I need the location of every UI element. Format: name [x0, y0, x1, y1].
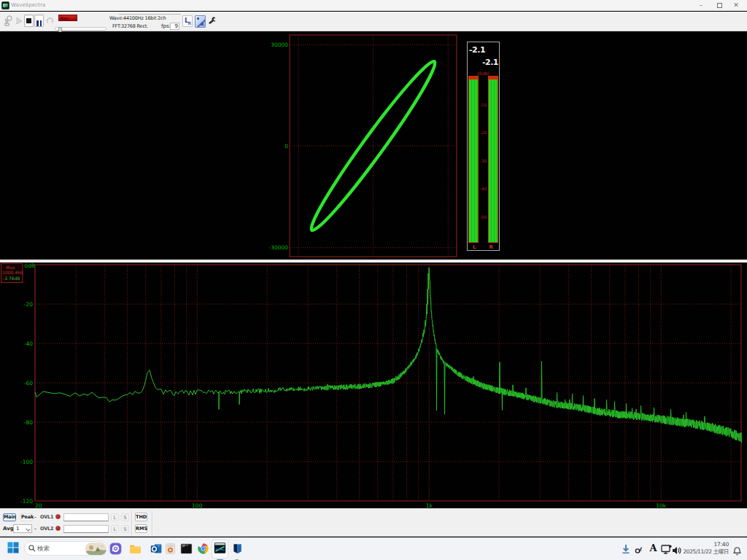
app-icon — [1, 1, 9, 9]
minimize-button[interactable]: – — [692, 0, 711, 11]
ovl1-load-button[interactable]: L — [111, 513, 119, 521]
avg-value-label: 1 — [16, 526, 19, 532]
meter-peak-cap-right — [489, 77, 498, 79]
search-icon — [28, 545, 36, 552]
graph-dot — [201, 23, 204, 26]
lissajous-scope-panel: 300000-30000 -2.1 -2.1 [0dB] -10-20-30-4… — [0, 32, 747, 260]
ovl1-led-indicator — [55, 514, 61, 519]
pause-button[interactable] — [34, 15, 44, 27]
tray-display-icon[interactable] — [661, 543, 672, 557]
pause-glyph — [40, 20, 42, 26]
notification-bell-icon[interactable] — [733, 545, 741, 559]
window-title: WaveSpectra — [11, 2, 45, 8]
svg-text:1000.4Hz: 1000.4Hz — [2, 270, 23, 275]
meter-scale-tick: -10 — [468, 102, 499, 107]
controlbar-separator — [131, 510, 133, 535]
ovl2-file-input[interactable] — [63, 525, 109, 533]
clock-date: 2025/11/22 土曜日 — [683, 548, 729, 556]
spectrum-plot: Max1000.4Hz-3.76dB0dB-20-40-60-80-100-12… — [0, 262, 747, 508]
record-indicator-label: Rec — [59, 15, 77, 21]
svg-text:0: 0 — [285, 143, 288, 149]
thd-button[interactable]: THD — [135, 513, 147, 521]
svg-text:20: 20 — [35, 502, 42, 509]
loop-button[interactable] — [46, 15, 54, 27]
svg-text:0dB: 0dB — [24, 262, 35, 269]
ovl2-led-indicator — [55, 526, 61, 531]
lr-axes-r-label: R — [187, 20, 191, 26]
svg-text:-3.76dB: -3.76dB — [3, 276, 20, 281]
pause-glyph — [36, 20, 39, 26]
info-panel-edge — [119, 14, 181, 15]
meter-channel-right-label: R — [489, 244, 493, 250]
start-button[interactable] — [7, 542, 19, 553]
tray-headset-icon[interactable] — [634, 544, 643, 558]
file-explorer-icon[interactable] — [129, 542, 142, 555]
svg-text:Max: Max — [6, 265, 15, 270]
meter-left-db-value: -2.1 — [469, 45, 485, 55]
rms-button[interactable]: RMS — [135, 524, 147, 533]
play-button[interactable] — [15, 15, 23, 27]
meter-scale-tick: -20 — [468, 130, 499, 135]
tray-ime-icon[interactable]: A — [649, 542, 658, 556]
graph-settings-button[interactable] — [195, 15, 206, 28]
svg-text:10k: 10k — [656, 502, 667, 509]
chrome-icon[interactable] — [197, 542, 209, 555]
clock-time: 17:40 — [683, 541, 729, 548]
search-highlight-image[interactable] — [85, 542, 107, 555]
wavespectra-task-icon[interactable] — [214, 542, 226, 554]
ovl1-label: OVL1 — [40, 514, 53, 520]
slider-thumb[interactable] — [58, 27, 62, 32]
control-bar: Main Peak Avg: 1 - - OVL1 OVL2 L S L S T… — [0, 508, 747, 537]
svg-text:100: 100 — [192, 502, 203, 509]
ovl1-save-button[interactable]: S — [121, 513, 129, 521]
input-device-icon[interactable] — [4, 15, 13, 27]
fps-label: fps: — [161, 23, 171, 29]
spectrum-panel: Max1000.4Hz-3.76dB0dB-20-40-60-80-100-12… — [0, 262, 747, 508]
movies-app-icon[interactable] — [231, 542, 244, 555]
search-placeholder: 検索 — [37, 545, 50, 553]
close-button[interactable]: ✕ — [727, 0, 746, 11]
search-box[interactable]: 検索 — [24, 541, 109, 556]
media-player-icon[interactable] — [164, 542, 177, 555]
peak-button[interactable]: Peak — [20, 513, 33, 521]
ovl2-save-button[interactable]: S — [121, 525, 129, 533]
svg-text:-30000: -30000 — [268, 244, 288, 251]
lr-axes-button[interactable]: L R — [182, 15, 193, 27]
outlook-icon[interactable] — [150, 542, 163, 555]
settings-wrench-button[interactable] — [207, 15, 217, 28]
svg-text:-60: -60 — [24, 380, 33, 386]
graph-dot — [197, 18, 199, 20]
svg-text:-100: -100 — [20, 459, 33, 465]
ovl2-load-button[interactable]: L — [111, 525, 119, 533]
level-meter-panel: -2.1 -2.1 [0dB] -10-20-30-40-50 L R — [467, 42, 500, 251]
svg-text:-20: -20 — [24, 301, 33, 308]
meter-scale-tick: -30 — [468, 158, 499, 163]
wave-format-info: Wave:44100Hz 16bit 2ch — [109, 15, 166, 21]
position-slider[interactable] — [55, 27, 107, 31]
taskbar-clock[interactable]: 17:40 2025/11/22 土曜日 — [683, 541, 729, 556]
avg-select[interactable]: 1 — [13, 524, 32, 533]
taskbar: 検索 — [0, 537, 747, 560]
tray-volume-icon[interactable] — [672, 544, 681, 558]
stop-button[interactable] — [24, 15, 34, 27]
controlbar-separator — [152, 510, 153, 535]
svg-text:30000: 30000 — [271, 42, 288, 48]
record-indicator: Rec — [58, 15, 77, 21]
fps-value: 9 — [170, 23, 179, 30]
svg-text:-120: -120 — [20, 498, 33, 505]
meter-scale-tick: -50 — [468, 214, 499, 219]
wavespectra-screen: WaveSpectra – ✕ Rec Wav — [0, 0, 747, 560]
dash-separator: - — [34, 514, 36, 521]
maximize-glyph — [717, 3, 722, 8]
lissajous-plot: 300000-30000 — [0, 32, 747, 260]
ovl1-file-input[interactable] — [63, 513, 109, 521]
meter-scale-tick: -40 — [468, 186, 499, 191]
tray-mic-arrow-icon[interactable] — [622, 543, 630, 557]
svg-text:1k: 1k — [426, 502, 433, 509]
svg-text:-80: -80 — [24, 419, 33, 426]
copilot-icon[interactable] — [109, 542, 122, 555]
svg-text:-40: -40 — [24, 341, 33, 347]
console-icon[interactable] — [180, 542, 193, 555]
toolbar: Rec Wave:44100Hz 16bit 2ch FFT:32768 Rec… — [0, 12, 747, 31]
main-tab-button[interactable]: Main — [3, 513, 16, 521]
